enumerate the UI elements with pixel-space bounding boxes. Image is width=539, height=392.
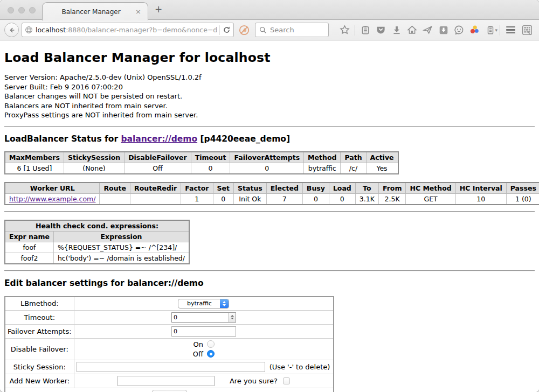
divider xyxy=(4,211,535,212)
apps-grid-icon[interactable] xyxy=(519,25,535,36)
balancer-link[interactable]: balancer://demo xyxy=(121,134,197,144)
toolbar-divider-2 xyxy=(500,25,500,36)
add-worker-label: Add New Worker: xyxy=(5,374,74,388)
table-header-row: MaxMembers StickySession DisableFailover… xyxy=(5,152,398,163)
server-version: Server Version: Apache/2.5.0-dev (Unix) … xyxy=(4,73,535,82)
menu-icon[interactable] xyxy=(502,26,519,34)
balancer-settings-form: LBmethod: bytraffic Timeout: xyxy=(4,296,334,392)
radio-on[interactable] xyxy=(207,340,215,348)
spinner-icon[interactable] xyxy=(229,313,236,322)
add-worker-row: Add New Worker: Are you sure? xyxy=(5,374,334,388)
edit-settings-heading: Edit balancer settings for balancer://de… xyxy=(4,278,535,288)
globe-icon xyxy=(25,26,33,34)
add-worker-input[interactable] xyxy=(118,376,215,386)
timeout-row: Timeout: xyxy=(5,310,334,324)
sticky-hint: (Use '-' to delete) xyxy=(270,363,330,371)
search-placeholder: Search xyxy=(270,26,294,34)
blocked-content-icon[interactable] xyxy=(239,25,250,36)
submit-row: Submit xyxy=(5,388,334,392)
are-you-sure-label: Are you sure? xyxy=(230,377,278,385)
toolbar-buttons: ▾ xyxy=(337,25,535,36)
are-you-sure-checkbox[interactable] xyxy=(283,377,290,384)
zoom-window-button[interactable] xyxy=(29,7,36,13)
disable-failover-row: Disable Failover: On Off xyxy=(5,338,334,360)
table-row: http://www.example.com/ 1 0 Init Ok 7 0 … xyxy=(5,193,539,205)
status-heading: LoadBalancer Status for balancer://demo … xyxy=(4,134,535,144)
divider xyxy=(4,270,535,271)
timeout-input[interactable] xyxy=(171,312,236,323)
sticky-session-label: Sticky Session: xyxy=(5,360,74,374)
failover-attempts-row: Failover Attempts: xyxy=(5,324,334,338)
close-window-button[interactable] xyxy=(8,7,14,13)
minimize-window-button[interactable] xyxy=(18,7,25,13)
radio-on-label: On xyxy=(194,340,203,348)
failover-attempts-input[interactable] xyxy=(171,326,236,337)
tab-balancer-manager[interactable]: Balancer Manager × xyxy=(42,2,148,20)
persist-note: Balancer changes will NOT be persisted o… xyxy=(4,92,535,101)
search-bar[interactable]: Search xyxy=(255,23,329,37)
send-icon[interactable] xyxy=(420,25,436,35)
disable-failover-label: Disable Failover: xyxy=(5,338,74,360)
proxypass-note: ProxyPass settings are NOT inherited fro… xyxy=(4,110,535,120)
table-row: foof %{REQUEST_STATUS} =~ /^[234]/ xyxy=(5,242,189,253)
reload-icon[interactable] xyxy=(223,26,231,34)
home-icon[interactable] xyxy=(404,25,420,35)
caret-icon[interactable]: ▾ xyxy=(495,27,497,33)
lbmethod-label: LBmethod: xyxy=(5,297,74,311)
url-path: :8880/balancer-manager?b=demo&nonce=decc… xyxy=(66,26,217,34)
sticky-session-input[interactable] xyxy=(77,362,265,372)
timeout-label: Timeout: xyxy=(5,310,74,324)
lbmethod-row: LBmethod: bytraffic xyxy=(5,297,334,311)
server-built: Server Built: Feb 9 2016 07:00:20 xyxy=(4,82,535,92)
table-row: foof2 hc('body') =~ /domain is establish… xyxy=(5,253,189,264)
tab-bar: Balancer Manager × + xyxy=(0,0,539,20)
table-title-row: Health check cond. expressions: xyxy=(5,220,189,232)
balancer-status-table: MaxMembers StickySession DisableFailover… xyxy=(4,151,399,174)
table-row: 6 [1 Used] (None) Off 0 0 bytraffic /c/ … xyxy=(5,163,398,174)
pocket-icon[interactable] xyxy=(373,25,389,35)
bookmark-star-icon[interactable] xyxy=(337,25,353,35)
new-tab-button[interactable]: + xyxy=(155,5,162,14)
radio-off-label: Off xyxy=(193,350,203,358)
tab-close-icon[interactable]: × xyxy=(134,8,142,15)
table-header-row: Worker URL Route RouteRedir Factor Set S… xyxy=(5,183,539,194)
reading-list-icon[interactable] xyxy=(357,25,373,35)
divider xyxy=(4,126,535,127)
page-content: Load Balancer Manager for localhost Serv… xyxy=(0,40,539,392)
url-domain: localhost xyxy=(36,26,66,34)
disable-failover-radios: On Off xyxy=(193,340,215,358)
tab-title: Balancer Manager xyxy=(48,8,134,16)
search-icon xyxy=(259,26,267,34)
navigation-toolbar: localhost:8880/balancer-manager?b=demo&n… xyxy=(0,20,539,40)
failover-attempts-label: Failover Attempts: xyxy=(5,324,74,338)
inherit-note: Balancers are NOT inherited from main se… xyxy=(4,101,535,111)
select-stepper-icon xyxy=(220,299,229,309)
back-button[interactable] xyxy=(4,23,19,37)
lbmethod-select[interactable]: bytraffic xyxy=(178,299,229,309)
page-title: Load Balancer Manager for localhost xyxy=(4,50,535,65)
browser-window: Balancer Manager × + localhost:8880/bala… xyxy=(0,0,539,392)
colors-icon[interactable] xyxy=(467,25,482,35)
url-bar[interactable]: localhost:8880/balancer-manager?b=demo&n… xyxy=(22,23,234,37)
url-divider xyxy=(219,25,220,35)
feedback-icon[interactable] xyxy=(451,25,467,35)
toolbar-divider xyxy=(355,25,355,36)
save-page-icon[interactable] xyxy=(436,25,451,35)
submit-button[interactable]: Submit xyxy=(152,390,187,392)
download-icon[interactable] xyxy=(389,25,404,35)
server-info: Server Version: Apache/2.5.0-dev (Unix) … xyxy=(4,73,535,120)
window-controls xyxy=(8,7,36,13)
worker-table: Worker URL Route RouteRedir Factor Set S… xyxy=(4,182,539,205)
back-icon xyxy=(8,26,16,34)
table-header-row: Expr name Expression xyxy=(5,231,189,242)
health-check-table: Health check cond. expressions: Expr nam… xyxy=(4,220,190,264)
radio-off[interactable] xyxy=(207,350,215,358)
worker-url-link[interactable]: http://www.example.com/ xyxy=(9,195,95,203)
url-text: localhost:8880/balancer-manager?b=demo&n… xyxy=(36,26,217,34)
sticky-session-row: Sticky Session: (Use '-' to delete) xyxy=(5,360,334,374)
